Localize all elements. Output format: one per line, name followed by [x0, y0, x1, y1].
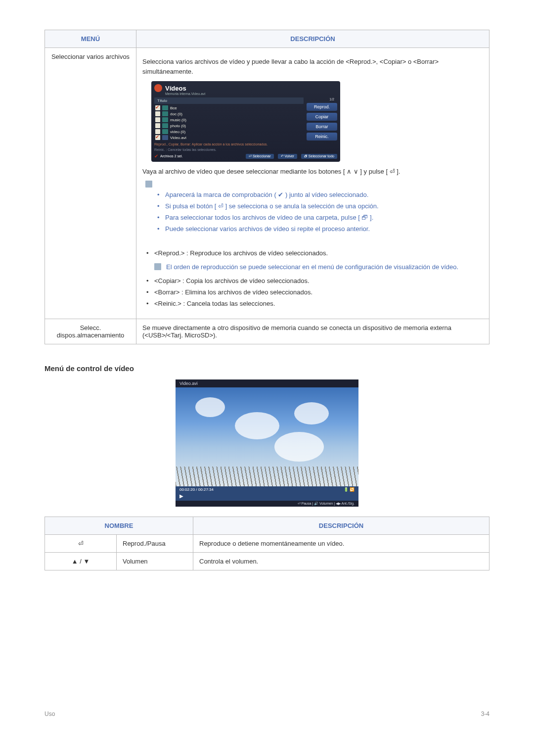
video-player-screenshot: Video.avi 00:02:20 / 00:27:34 🔋 🔁 ⏎ Paus… — [176, 379, 358, 507]
list-item: Video.avi — [154, 135, 304, 141]
action-borrar: <Borrar> : Elimina los archivos de vídeo… — [146, 288, 483, 296]
th-desc2: DESCRIPCIÓN — [193, 517, 490, 534]
note-item: Si pulsa el botón [ ⏎ ] se selecciona o … — [157, 202, 379, 210]
foot-back-button: ↶ Volver — [278, 154, 297, 159]
ctrl-name: Volumen — [117, 552, 193, 570]
ctrl-desc: Reproduce o detiene momentáneamente un v… — [193, 534, 490, 552]
reprod-button: Reprod. — [307, 103, 337, 111]
section-heading: Menú de control de vídeo — [44, 364, 490, 373]
list-item: video (0) — [154, 129, 304, 135]
th-name: NOMBRE — [45, 517, 193, 534]
footer-right: 3-4 — [481, 710, 490, 717]
video-status-icons: 🔋 🔁 — [344, 487, 355, 492]
borrar-button: Borrar — [307, 123, 337, 131]
copiar-button: Copiar — [307, 113, 337, 121]
video-thumbnail — [176, 387, 358, 486]
app-hint2: Reinic. : Cancelar todas las selecciones… — [154, 148, 337, 151]
check-off-icon — [155, 123, 160, 128]
files-selected: Archivos 2 sel. — [160, 154, 183, 158]
list-item: Bce — [154, 105, 304, 111]
play-icon — [176, 493, 358, 501]
note-item: Aparecerá la marca de comprobación ( ✔ )… — [157, 191, 379, 198]
check-on-icon — [155, 135, 160, 140]
check-off-icon — [155, 129, 160, 134]
check-icon: ✔ — [154, 153, 158, 159]
video-time: 00:02:20 / 00:27:34 — [179, 487, 214, 492]
check-off-icon — [155, 111, 160, 116]
app-path: Memoria interna.Video.avi — [165, 92, 337, 95]
app-title: Vídeos — [165, 85, 186, 92]
note-icon — [154, 263, 161, 270]
action-reprod: <Reprod.> : Reproduce los archivos de ví… — [146, 249, 483, 257]
list-item: doc (0) — [154, 111, 304, 117]
folder-icon — [162, 111, 168, 116]
folder-icon — [162, 105, 168, 110]
check-on-icon — [155, 105, 160, 110]
menu-table: MENÚ DESCRIPCIÓN Seleccionar varios arch… — [44, 30, 490, 344]
action-copiar: <Copiar> : Copia los archivos de vídeo s… — [146, 277, 483, 284]
footer-left: Uso — [44, 710, 55, 717]
row2-label: Selecc. dispos.almacenamiento — [45, 319, 136, 344]
video-file-label: Video.avi — [176, 379, 358, 387]
th-desc: DESCRIPCIÓN — [136, 30, 490, 48]
updown-icon: ▲ / ▼ — [45, 552, 117, 570]
note-icon — [145, 181, 152, 188]
video-hints: ⏎ Pausa | 🔊 Volumen | ◀▶ Ant./Sig. — [176, 501, 358, 507]
gears-icon — [154, 84, 162, 92]
row1-desc: Selecciona varios archivos de vídeo y pu… — [136, 48, 490, 319]
reprod-subnote: El orden de reproducción se puede selecc… — [166, 263, 458, 271]
row1-label: Seleccionar varios archivos — [45, 48, 136, 319]
control-table: NOMBRE DESCRIPCIÓN ⏎ Reprod./Pausa Repro… — [44, 517, 490, 570]
ctrl-desc: Controla el volumen. — [193, 552, 490, 570]
folder-icon — [162, 123, 168, 128]
foot-select-button: ⏎ Seleccionar — [246, 154, 274, 159]
app-hint1: Reprod., Copiar, Borrar: Aplicar cada ac… — [154, 142, 337, 146]
note-item: Puede seleccionar varios archivos de víd… — [157, 225, 379, 233]
movie-icon — [162, 135, 168, 140]
ctrl-name: Reprod./Pausa — [117, 534, 193, 552]
row1-intro: Selecciona varios archivos de vídeo y pu… — [142, 57, 483, 76]
row2-desc: Se mueve directamente a otro dispositivo… — [136, 319, 490, 344]
list-header: Título — [154, 97, 304, 104]
list-item: music (0) — [154, 117, 304, 123]
check-off-icon — [155, 117, 160, 122]
list-item: photo (0) — [154, 123, 304, 129]
note-item: Para seleccionar todos los archivos de v… — [157, 214, 379, 221]
foot-selectall-button: 🗗 Seleccionar todo — [301, 154, 337, 159]
enter-icon: ⏎ — [45, 534, 117, 552]
th-menu: MENÚ — [45, 30, 136, 48]
page-counter: 1/2 — [307, 97, 337, 101]
folder-icon — [162, 129, 168, 134]
folder-icon — [162, 117, 168, 122]
action-reinic: <Reinic.> : Cancela todas las seleccione… — [146, 300, 483, 307]
videos-app-screenshot: Vídeos Memoria interna.Video.avi Título … — [151, 81, 340, 162]
reinic-button: Reinic. — [307, 133, 337, 141]
step-text: Vaya al archivo de vídeo que desee selec… — [142, 167, 483, 177]
